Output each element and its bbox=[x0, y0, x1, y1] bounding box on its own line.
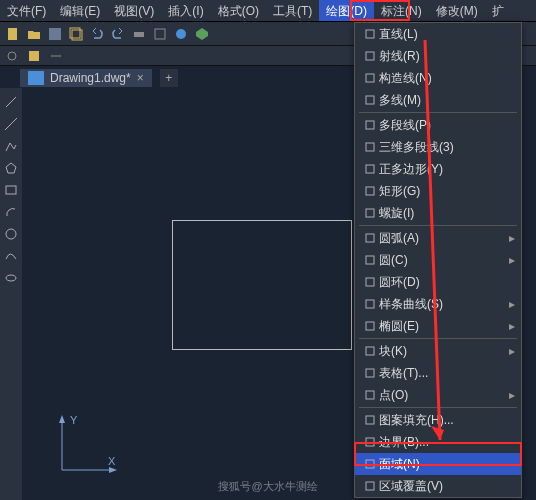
menu-item[interactable]: 块(K)▸ bbox=[355, 340, 521, 362]
menu-item[interactable]: 绘图(D) bbox=[319, 0, 374, 21]
menu-item-label: 表格(T)... bbox=[379, 365, 515, 382]
menu-item[interactable]: 文件(F) bbox=[0, 0, 53, 21]
ray-icon bbox=[361, 50, 379, 62]
menu-item[interactable]: 视图(V) bbox=[107, 0, 161, 21]
pline-icon[interactable] bbox=[3, 138, 19, 154]
undo-icon[interactable] bbox=[88, 25, 106, 43]
svg-rect-27 bbox=[366, 209, 374, 217]
new-icon[interactable] bbox=[4, 25, 22, 43]
svg-rect-21 bbox=[366, 74, 374, 82]
menu-item[interactable]: 多段线(P) bbox=[355, 114, 521, 136]
share-icon[interactable] bbox=[172, 25, 190, 43]
svg-text:Y: Y bbox=[70, 414, 78, 426]
mline-icon bbox=[361, 94, 379, 106]
svg-rect-36 bbox=[366, 416, 374, 424]
menu-item[interactable]: 编辑(E) bbox=[53, 0, 107, 21]
redo-icon[interactable] bbox=[109, 25, 127, 43]
menu-item-label: 椭圆(E) bbox=[379, 318, 509, 335]
menu-item-label: 构造线(N) bbox=[379, 70, 515, 87]
svg-line-10 bbox=[6, 97, 16, 107]
menu-item-label: 面域(N) bbox=[379, 456, 515, 473]
menu-item-label: 圆(C) bbox=[379, 252, 509, 269]
region-icon bbox=[361, 458, 379, 470]
color-icon[interactable] bbox=[26, 48, 42, 64]
open-icon[interactable] bbox=[25, 25, 43, 43]
draw-palette bbox=[0, 88, 22, 500]
menu-item[interactable]: 扩 bbox=[485, 0, 511, 21]
submenu-arrow-icon: ▸ bbox=[509, 253, 515, 267]
arc-icon bbox=[361, 232, 379, 244]
submenu-arrow-icon: ▸ bbox=[509, 231, 515, 245]
menu-item[interactable]: 构造线(N) bbox=[355, 67, 521, 89]
save-icon[interactable] bbox=[46, 25, 64, 43]
menu-item-label: 螺旋(I) bbox=[379, 205, 515, 222]
menu-item[interactable]: 表格(T)... bbox=[355, 362, 521, 384]
svg-rect-24 bbox=[366, 143, 374, 151]
menu-item[interactable]: 圆弧(A)▸ bbox=[355, 227, 521, 249]
menu-separator bbox=[359, 407, 517, 408]
circle-icon[interactable] bbox=[3, 226, 19, 242]
svg-text:X: X bbox=[108, 455, 116, 467]
line-icon[interactable] bbox=[3, 94, 19, 110]
ellipse-icon[interactable] bbox=[3, 270, 19, 286]
arc-icon[interactable] bbox=[3, 204, 19, 220]
menu-item-label: 三维多段线(3) bbox=[379, 139, 515, 156]
close-icon[interactable]: × bbox=[137, 71, 144, 85]
new-tab-button[interactable]: + bbox=[160, 69, 178, 87]
tab-label: Drawing1.dwg* bbox=[50, 71, 131, 85]
svg-rect-1 bbox=[49, 28, 61, 40]
app-icon[interactable] bbox=[193, 25, 211, 43]
menu-item[interactable]: 多线(M) bbox=[355, 89, 521, 111]
svg-rect-37 bbox=[366, 438, 374, 446]
menu-item[interactable]: 直线(L) bbox=[355, 23, 521, 45]
rectangle-icon bbox=[361, 185, 379, 197]
rectangle-icon[interactable] bbox=[3, 182, 19, 198]
preview-icon[interactable] bbox=[151, 25, 169, 43]
menu-item[interactable]: 修改(M) bbox=[429, 0, 485, 21]
menu-item[interactable]: 三维多段线(3) bbox=[355, 136, 521, 158]
document-tab[interactable]: Drawing1.dwg* × bbox=[20, 69, 152, 87]
watermark: 搜狐号@大水牛测绘 bbox=[218, 479, 317, 494]
spline-icon[interactable] bbox=[3, 248, 19, 264]
menu-item-label: 多线(M) bbox=[379, 92, 515, 109]
svg-rect-4 bbox=[134, 32, 144, 37]
menu-item-label: 矩形(G) bbox=[379, 183, 515, 200]
svg-rect-20 bbox=[366, 52, 374, 60]
menu-item[interactable]: 椭圆(E)▸ bbox=[355, 315, 521, 337]
svg-rect-32 bbox=[366, 322, 374, 330]
menu-item[interactable]: 正多边形(Y) bbox=[355, 158, 521, 180]
dwg-icon bbox=[28, 71, 44, 85]
close-all-icon[interactable] bbox=[67, 25, 85, 43]
svg-point-14 bbox=[6, 275, 16, 281]
layer-icon[interactable] bbox=[4, 48, 20, 64]
menu-item[interactable]: 插入(I) bbox=[161, 0, 210, 21]
menu-item[interactable]: 螺旋(I) bbox=[355, 202, 521, 224]
menu-item[interactable]: 图案填充(H)... bbox=[355, 409, 521, 431]
menu-item[interactable]: 边界(B)... bbox=[355, 431, 521, 453]
menu-item[interactable]: 标注(N) bbox=[374, 0, 429, 21]
svg-rect-38 bbox=[366, 460, 374, 468]
svg-rect-5 bbox=[155, 29, 165, 39]
plot-icon[interactable] bbox=[130, 25, 148, 43]
svg-rect-31 bbox=[366, 300, 374, 308]
menu-item[interactable]: 圆(C)▸ bbox=[355, 249, 521, 271]
menu-item[interactable]: 点(O)▸ bbox=[355, 384, 521, 406]
linetype-icon[interactable] bbox=[48, 48, 64, 64]
menu-item[interactable]: 工具(T) bbox=[266, 0, 319, 21]
svg-point-13 bbox=[6, 229, 16, 239]
polygon-icon[interactable] bbox=[3, 160, 19, 176]
menu-item[interactable]: 格式(O) bbox=[211, 0, 266, 21]
menu-item[interactable]: 圆环(D) bbox=[355, 271, 521, 293]
menu-item-label: 块(K) bbox=[379, 343, 509, 360]
menu-item[interactable]: 矩形(G) bbox=[355, 180, 521, 202]
menu-item[interactable]: 面域(N) bbox=[355, 453, 521, 475]
xline-icon[interactable] bbox=[3, 116, 19, 132]
menu-item[interactable]: 射线(R) bbox=[355, 45, 521, 67]
boundary-icon bbox=[361, 436, 379, 448]
table-icon bbox=[361, 367, 379, 379]
circle-icon bbox=[361, 254, 379, 266]
menu-item[interactable]: 样条曲线(S)▸ bbox=[355, 293, 521, 315]
menu-item[interactable]: 区域覆盖(V) bbox=[355, 475, 521, 497]
point-icon bbox=[361, 389, 379, 401]
hatch-icon bbox=[361, 414, 379, 426]
